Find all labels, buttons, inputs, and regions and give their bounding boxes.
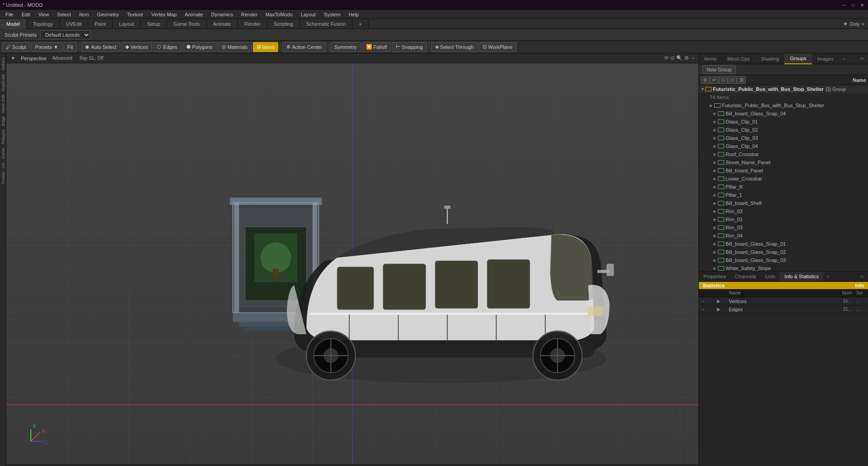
sidebar-deform[interactable]: Deform [0,55,6,72]
menu-help[interactable]: Help [345,11,363,18]
workplane-button[interactable]: ⊡ WorkPlane [479,42,517,52]
right-panel-expand[interactable]: ⊳ [857,56,868,62]
edges-button[interactable]: ⬡ Edges [153,42,181,52]
items-button[interactable]: ⊞ Items [253,42,279,52]
scene-tree[interactable]: ▼Futuristic_Public_Bus_with_Bus_Stop_She… [699,85,868,271]
vertices-button[interactable]: ◆ Vertices [121,42,152,52]
materials-button[interactable]: ◎ Materials [218,42,252,52]
sidebar-mesh-edit[interactable]: Mesh Edit [0,93,6,114]
close-button[interactable]: ✕ [859,2,865,8]
tree-item-14[interactable]: ◈Rim_01 [699,215,868,223]
new-group-button[interactable]: New Group [702,65,736,74]
tree-item-2[interactable]: ◈Glass_Clip_01 [699,118,868,126]
viewport-raygl-btn[interactable]: Ray GL: Off [78,55,105,61]
viewport-icon-2[interactable]: ⊙ [670,55,674,61]
tab-channels[interactable]: Channels [730,272,760,281]
edges-expand[interactable]: + [699,307,708,312]
menu-animate[interactable]: Animate [181,11,206,18]
viewport-advanced-btn[interactable]: Advanced [50,55,74,61]
props-expand[interactable]: ⊳ [857,274,868,280]
auto-select-button[interactable]: ◉ Auto Select [81,42,120,52]
sidebar-edge[interactable]: Edge [0,114,6,128]
tree-item-13[interactable]: ◈Rim_02 [699,207,868,215]
tree-item-5[interactable]: ◈Glass_Clip_04 [699,142,868,150]
falloff-button[interactable]: 🔽 Falloff [362,42,391,52]
tree-item-18[interactable]: ◈Bill_board_Glass_Snap_02 [699,248,868,256]
add-tab-button[interactable]: + [839,54,849,63]
tree-item-1[interactable]: ◈Bill_board_Glass_Snap_04 [699,109,868,118]
tree-item-7[interactable]: ◈Street_Name_Panel [699,158,868,166]
viewport-icon-5[interactable]: ↔ [691,55,696,61]
menu-select[interactable]: Select [53,11,75,18]
tree-item-8[interactable]: ◈Bill_board_Panel [699,166,868,175]
scene-tool-3[interactable]: □ [719,76,728,84]
main-tab-setup[interactable]: Setup [141,19,167,29]
viewport[interactable]: ▼ Perspective Advanced Ray GL: Off ⟳ ⊙ 🔍… [6,53,698,466]
presets-button[interactable]: Presets ▼ [31,42,62,52]
tab-mesh-ops[interactable]: Mesh Ops [722,53,755,64]
edges-row[interactable]: + ▶ Edges 31... ... [699,305,868,314]
tree-item-0[interactable]: ◈Futuristic_Public_Bus_with_Bus_Stop_She… [699,101,868,109]
tree-item-20[interactable]: ◈White_Safety_Stripe [699,264,868,271]
main-tab-topology[interactable]: Topology [27,19,60,29]
sidebar-fusion[interactable]: Fusion [0,170,6,185]
symmetry-button[interactable]: Symmetry [330,42,361,52]
viewport-canvas[interactable]: X Z Y [6,63,698,464]
tab-lists[interactable]: Lists [761,272,780,281]
scene-tool-2[interactable]: ↩ [710,76,719,84]
tree-item-12[interactable]: ◈Bill_board_Shell [699,199,868,207]
menu-texture[interactable]: Texture [123,11,147,18]
main-tab-render[interactable]: Render [238,19,267,29]
main-tab-model[interactable]: Model [0,19,27,29]
snapping-button[interactable]: ⊢ Snapping [392,42,427,52]
main-tab-uvedit[interactable]: UVEdit [60,19,88,29]
menu-item[interactable]: Item [76,11,92,18]
viewport-mode-btn[interactable]: ▼ [9,55,17,61]
add-props-tab[interactable]: + [823,272,833,281]
tree-root-item[interactable]: ▼Futuristic_Public_Bus_with_Bus_Stop_She… [699,85,868,93]
menu-render[interactable]: Render [237,11,261,18]
sidebar-duplicate[interactable]: Duplicate [0,72,6,93]
tree-item-4[interactable]: ◈Glass_Clip_03 [699,134,868,142]
fit-button[interactable]: Fit [63,42,77,52]
menu-geometry[interactable]: Geometry [93,11,122,18]
sidebar-uv[interactable]: UV [0,161,6,170]
menu-file[interactable]: File [2,11,17,18]
viewport-icon-1[interactable]: ⟳ [664,55,669,61]
menu-maxtomodo[interactable]: MaxToModo [262,11,296,18]
maximize-button[interactable]: □ [850,2,856,8]
tab-shading[interactable]: Shading [755,53,784,64]
menu-system[interactable]: System [320,11,344,18]
vertices-row[interactable]: + ▶ Vertices 16... ... [699,297,868,305]
sculpt-button[interactable]: 🖊 Sculpt [2,42,30,52]
vertices-expand[interactable]: + [699,299,708,304]
menu-layout[interactable]: Layout [297,11,319,18]
select-through-button[interactable]: ◈ Select Through [431,42,478,52]
tree-item-16[interactable]: ◈Rim_04 [699,232,868,240]
tree-item-6[interactable]: ◈Roof_Crossbar [699,150,868,158]
window-controls[interactable]: ─ □ ✕ [841,2,865,8]
menu-dynamics[interactable]: Dynamics [208,11,237,18]
main-tab-animate[interactable]: Animate [207,19,238,29]
tree-item-19[interactable]: ◈Bill_board_Glass_Snap_03 [699,256,868,264]
menu-edit[interactable]: Edit [18,11,34,18]
main-tab-layout[interactable]: Layout [113,19,141,29]
scene-tool-1[interactable]: ⊙ [701,76,710,84]
menu-vertex map[interactable]: Vertex Map [148,11,180,18]
close-icon[interactable]: × [862,21,864,27]
main-tab-scripting[interactable]: Scripting [267,19,300,29]
add-layout-tab[interactable]: + [352,19,368,29]
tree-item-15[interactable]: ◈Rim_03 [699,223,868,232]
menu-view[interactable]: View [35,11,53,18]
tab-images[interactable]: Images [812,53,839,64]
sidebar-curve[interactable]: Curve [0,146,6,161]
tab-groups[interactable]: Groups [784,53,811,64]
viewport-icon-3[interactable]: 🔍 [676,55,683,61]
polygons-button[interactable]: ⬢ Polygons [182,42,217,52]
tab-items[interactable]: Items [699,53,722,64]
tab-info-statistics[interactable]: Info & Statistics [780,272,823,281]
main-tab-paint[interactable]: Paint [88,19,113,29]
scene-tool-5[interactable]: ☰ [737,76,746,84]
tree-item-10[interactable]: ◈Pillar_R [699,183,868,191]
viewport-icon-4[interactable]: ⚙ [684,55,689,61]
